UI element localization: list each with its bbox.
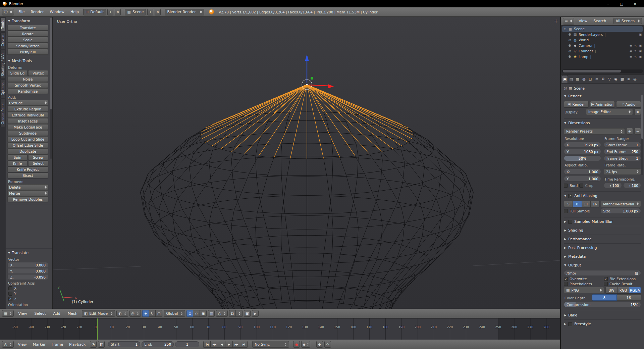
restrict-select-toggle[interactable]: ↖ <box>634 44 637 47</box>
menu-help[interactable]: Help <box>67 9 82 15</box>
color-depth-16[interactable]: 16 <box>617 294 641 301</box>
vector-y-field[interactable]: Y:0.000 <box>7 268 48 274</box>
vector-x-field[interactable]: X:0.000 <box>7 262 48 268</box>
snap-toggle[interactable]: Ω <box>229 310 236 317</box>
aa-samples-8[interactable]: 8 <box>573 201 582 207</box>
end-frame-field[interactable]: End Frame:250 <box>604 149 641 154</box>
insert-keyframe-button[interactable]: ◆ <box>316 341 323 348</box>
tool-scale[interactable]: Scale <box>7 37 48 43</box>
remove-preset-button[interactable]: − <box>634 128 641 135</box>
output-path-field[interactable]: /tmp\▨ <box>564 270 641 276</box>
current-frame-playhead[interactable] <box>97 318 98 340</box>
menu-select[interactable]: Select <box>32 310 49 317</box>
tool-merge[interactable]: Merge <box>7 190 48 196</box>
properties-tab-modifiers[interactable]: ⚙ <box>600 75 606 83</box>
limit-selection-to-visible-toggle[interactable]: ▥ <box>208 310 215 317</box>
outliner-row-world[interactable]: ⊕◍World <box>562 37 643 43</box>
panel-header-mesh-tools[interactable]: ▼Mesh Tools <box>7 57 48 64</box>
menu-playback[interactable]: Playback <box>66 341 89 348</box>
border-checkbox[interactable] <box>564 184 568 188</box>
restrict-render-toggle[interactable]: ▣ <box>639 49 642 53</box>
translate-manipulator[interactable] <box>302 54 334 90</box>
crop-checkbox[interactable] <box>579 184 583 188</box>
use-preview-range-toggle[interactable]: ◔ <box>90 341 97 348</box>
transform-orientation-dropdown[interactable]: Global <box>164 310 185 317</box>
expand-toggle[interactable]: ⊕ <box>568 55 572 58</box>
panel-header-dimensions[interactable]: ▼Dimensions <box>564 119 641 127</box>
menu-file[interactable]: File <box>15 9 28 15</box>
frame-rate-dropdown[interactable]: 24 fps <box>604 168 641 175</box>
resolution-percentage-slider[interactable]: 50% <box>564 155 601 161</box>
tool-vertex[interactable]: Vertex <box>28 70 48 76</box>
time-remap-new-field[interactable]: : 100 <box>623 183 641 188</box>
menu-view[interactable]: View <box>15 341 30 348</box>
panel-checkbox-freestyle[interactable] <box>568 322 572 326</box>
expand-toggle[interactable]: ⊕ <box>568 49 572 53</box>
tool-bisect[interactable]: Bisect <box>7 172 48 178</box>
face-select-mode-toggle[interactable]: ▣ <box>200 310 207 317</box>
properties-tab-constraints[interactable]: ⊂ <box>594 75 600 83</box>
tool-spin[interactable]: Spin <box>7 154 28 160</box>
rotate-manipulator-toggle[interactable]: ↻ <box>149 310 156 317</box>
snap-element-dropdown[interactable] <box>236 310 243 317</box>
panel-header-anti-aliasing[interactable]: ▼✓Anti-Aliasing <box>564 192 641 200</box>
maximize-button[interactable]: □ <box>615 1 628 7</box>
tool-extrude[interactable]: Extrude <box>7 100 48 106</box>
menu-search[interactable]: Search <box>590 18 609 24</box>
tool-smooth-vertex[interactable]: Smooth Vertex <box>7 82 48 88</box>
panel-header-output[interactable]: ▼Output <box>564 261 641 269</box>
play-button[interactable]: ▶ <box>225 341 233 348</box>
color-mode-rgba[interactable]: RGBA <box>629 287 641 293</box>
full-sample-row[interactable]: Full Sample <box>564 209 599 213</box>
restrict-visible-toggle[interactable]: ◉ <box>630 55 632 58</box>
properties-tab-physics[interactable]: ◎ <box>632 75 638 83</box>
restrict-render-toggle[interactable]: ▣ <box>639 55 642 58</box>
tool-screw[interactable]: Screw <box>28 154 48 160</box>
restrict-visible-toggle[interactable]: ◉ <box>630 49 632 53</box>
vertex-select-mode-toggle[interactable]: ⊙ <box>186 310 193 317</box>
properties-scrollbar[interactable] <box>641 95 643 175</box>
aa-filter-dropdown[interactable]: Mitchell-Netravali <box>601 201 641 207</box>
properties-tab-scene[interactable]: ▦ <box>575 75 581 83</box>
jump-to-prev-keyframe-button[interactable]: ◀◀ <box>211 341 218 348</box>
editor-type-3dview-selector[interactable]: ▦ <box>2 310 14 317</box>
expand-toggle[interactable]: ⊖ <box>563 27 567 31</box>
output-placeholders-checkbox[interactable] <box>564 282 568 286</box>
tool-slide-ed[interactable]: Slide Ed <box>7 70 28 76</box>
tool-tab-tools[interactable]: Tools <box>0 18 5 32</box>
tool-loop-cut-and-slide[interactable]: Loop Cut and Slide <box>7 136 48 142</box>
color-mode-bw[interactable]: BW <box>605 287 618 293</box>
tool-tab-create[interactable]: Create <box>0 33 5 49</box>
selected-edges[interactable] <box>200 85 414 159</box>
add-scene-button[interactable]: + <box>147 9 153 15</box>
outliner-filter-dropdown[interactable]: All Scenes <box>613 18 642 24</box>
edge-select-mode-toggle[interactable]: ◇ <box>193 310 200 317</box>
pivot-center-dropdown[interactable]: ◎ <box>129 310 141 317</box>
properties-tab-object[interactable]: ◻ <box>587 75 593 83</box>
tool-shrink-fatten[interactable]: Shrink/Fatten <box>7 43 48 49</box>
timeline-track[interactable]: -50-40-30-20-100102030405060708090100110… <box>0 318 560 340</box>
resolution-y-field[interactable]: Y:1080 px <box>564 149 601 154</box>
tool-remove-doubles[interactable]: Remove Doubles <box>7 196 48 202</box>
menu-frame[interactable]: Frame <box>49 341 66 348</box>
tool-extrude-individual[interactable]: Extrude Individual <box>7 112 48 118</box>
tool-noise[interactable]: Noise <box>7 76 48 82</box>
editor-type-outliner-selector[interactable]: ≡ <box>563 18 574 24</box>
aspect-y-field[interactable]: Y:1.000 <box>564 176 601 182</box>
tool-push-pull[interactable]: Push/Pull <box>7 49 48 55</box>
output-file-extensions[interactable]: ✓File Extensions <box>604 277 641 281</box>
outliner-scrollbar[interactable] <box>562 69 643 73</box>
vector-z-field[interactable]: Z:-0.096 <box>7 274 48 280</box>
color-depth-8[interactable]: 8 <box>592 294 617 301</box>
expand-toggle[interactable]: ⊕ <box>568 33 572 36</box>
start-frame-field[interactable]: Start Frame:1 <box>604 142 641 148</box>
start-frame-field[interactable]: Start: 1 <box>108 341 140 347</box>
outliner-row-camera[interactable]: ⊕◆Camera|◉↖▣ <box>562 43 643 49</box>
toolshelf-scrollbar[interactable] <box>50 18 52 159</box>
compression-slider[interactable]: Compression:15% <box>564 302 641 307</box>
properties-tab-texture[interactable]: ▩ <box>619 75 625 83</box>
jump-to-next-keyframe-button[interactable]: ▶▶ <box>233 341 240 348</box>
output-overwrite-checkbox[interactable]: ✓ <box>564 277 568 281</box>
aa-samples-11[interactable]: 11 <box>582 201 591 207</box>
menu-marker[interactable]: Marker <box>30 341 49 348</box>
